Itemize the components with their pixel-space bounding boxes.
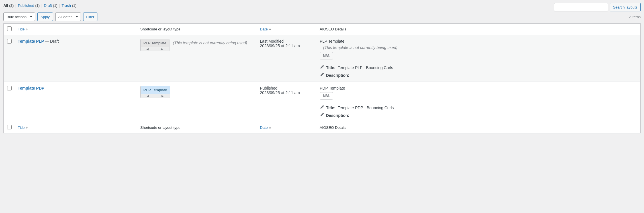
col-aioseo: AIOSEO Details	[317, 24, 641, 35]
sort-icon: ▲▼	[269, 28, 271, 31]
triangle-left-icon[interactable]: ◀	[141, 47, 155, 51]
sort-icon: ▲▼	[26, 126, 28, 129]
pencil-icon[interactable]	[320, 73, 324, 78]
aioseo-not-used: (This template is not currently being us…	[323, 45, 638, 50]
select-all-checkbox-footer[interactable]	[7, 125, 12, 129]
aioseo-template: PLP Template	[320, 39, 638, 44]
apply-button[interactable]: Apply	[37, 13, 53, 21]
pencil-icon[interactable]	[320, 113, 324, 118]
row-checkbox[interactable]	[7, 86, 12, 90]
select-all-checkbox[interactable]	[7, 26, 12, 31]
date-value: 2023/09/25 at 2:11 am	[260, 44, 314, 48]
dates-select[interactable]: All dates	[55, 13, 81, 21]
triangle-right-icon[interactable]: ▶	[155, 47, 169, 51]
pencil-icon[interactable]	[320, 65, 324, 70]
filter-button[interactable]: Filter	[83, 13, 98, 21]
shortcode-badge[interactable]: PDP Template ◀ ▶	[140, 86, 170, 98]
row-status: — Draft	[44, 39, 59, 44]
col-title-sort[interactable]: Title ▲▼	[18, 27, 28, 31]
search-input[interactable]	[554, 3, 608, 11]
col-aioseo-footer: AIOSEO Details	[317, 122, 641, 133]
aioseo-title-value: Template PDP - Bouncing Curls	[338, 106, 394, 110]
aioseo-title-value: Template PLP - Bouncing Curls	[338, 65, 393, 70]
shortcode-badge[interactable]: PLP Template ◀ ▶	[140, 39, 169, 51]
view-draft[interactable]: Draft (1)	[44, 3, 58, 8]
triangle-left-icon[interactable]: ◀	[141, 94, 155, 98]
aioseo-score-badge: N/A	[320, 92, 333, 100]
row-title-link[interactable]: Template PLP	[18, 39, 44, 44]
row-checkbox[interactable]	[7, 39, 12, 44]
sort-icon: ▲▼	[26, 28, 28, 31]
col-shortcode-footer: Shortcode or layout type	[138, 122, 257, 133]
table-row: Template PLP — Draft PLP Template ◀ ▶ (T…	[4, 35, 641, 82]
view-published[interactable]: Published (1)	[18, 3, 40, 8]
col-shortcode: Shortcode or layout type	[138, 24, 257, 35]
date-state: Last Modified	[260, 39, 314, 44]
pencil-icon[interactable]	[320, 105, 324, 110]
aioseo-template: PDP Template	[320, 86, 638, 90]
table-row: Template PDP PDP Template ◀ ▶ Published	[4, 82, 641, 122]
bulk-actions-select[interactable]: Bulk actions	[3, 13, 35, 21]
col-date-sort-footer[interactable]: Date ▲▼	[260, 125, 271, 130]
items-count: 2 items	[629, 15, 641, 19]
view-all[interactable]: All (2)	[3, 3, 14, 8]
search-button[interactable]: Search layouts	[610, 3, 641, 11]
sort-icon: ▲▼	[269, 126, 271, 129]
date-state: Published	[260, 86, 314, 90]
col-date-sort[interactable]: Date ▲▼	[260, 27, 271, 31]
row-title-link[interactable]: Template PDP	[18, 86, 44, 90]
view-trash[interactable]: Trash (1)	[62, 3, 76, 8]
col-title-sort-footer[interactable]: Title ▲▼	[18, 125, 28, 130]
layouts-table: Title ▲▼ Shortcode or layout type Date ▲…	[3, 23, 641, 133]
triangle-right-icon[interactable]: ▶	[155, 94, 170, 98]
aioseo-score-badge: N/A	[320, 52, 333, 59]
view-filters: All (2) | Published (1) | Draft (1) | Tr…	[3, 3, 77, 8]
date-value: 2023/09/25 at 2:11 am	[260, 90, 314, 95]
not-used-note: (This template is not currently being us…	[173, 41, 247, 45]
